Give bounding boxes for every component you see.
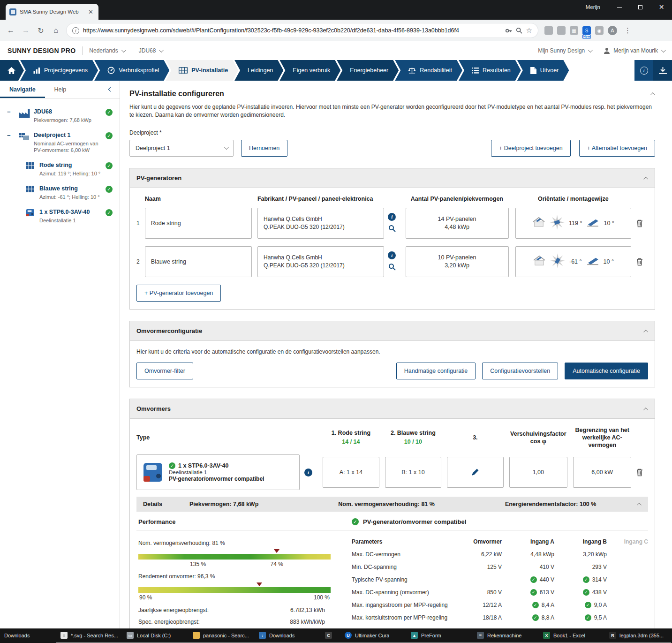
nav-tab-pv-installatie[interactable]: PV-installatie	[166, 60, 238, 81]
taskbar-item[interactable]: R legplan.3dm (355...	[605, 628, 671, 643]
inverter-type-field[interactable]: ✓ 1 x STP6.0-3AV-40 Deelinstallatie 1 PV…	[136, 454, 300, 490]
omvormer-filter-button[interactable]: Omvormer-filter	[136, 363, 193, 379]
module-info-icon[interactable]: i	[388, 213, 396, 221]
window-minimize-button[interactable]	[609, 0, 630, 14]
browser-profile-avatar[interactable]: A	[608, 26, 617, 35]
back-icon[interactable]: ←	[5, 24, 17, 37]
tree-item-deelproject[interactable]: − Deelproject 1 Nominaal AC-vermogen van…	[0, 128, 120, 158]
home-icon[interactable]: ⌂	[50, 24, 62, 37]
add-pv-generator-button[interactable]: + PV-generator toevoegen	[136, 285, 221, 302]
extension-icon[interactable]	[544, 26, 553, 35]
omvormers-collapse-icon[interactable]	[645, 405, 648, 412]
nav-info-button[interactable]: i	[634, 60, 653, 81]
module-search-icon[interactable]	[388, 225, 396, 234]
my-sunny-design-menu[interactable]: Mijn Sunny Design	[538, 47, 591, 54]
taskbar-item[interactable]: C	[321, 628, 340, 643]
taskbar-item[interactable]: ▲ PreForm	[407, 628, 473, 643]
extension-grid-icon[interactable]: ▦	[570, 26, 578, 35]
taskbar-item[interactable]: panasonic - Searc...	[189, 628, 255, 643]
tree-item-inverter[interactable]: 1 x STP6.0-3AV-40 Deelinstallatie 1 ✓	[0, 204, 120, 228]
sidebar-tab-navigatie[interactable]: Navigatie	[0, 81, 45, 98]
window-close-button[interactable]: ✕	[651, 0, 672, 14]
module-search-icon[interactable]	[388, 263, 396, 272]
url-bar[interactable]: i https://www.sunnydesignweb.com/sdweb/#…	[67, 23, 538, 38]
module-field[interactable]: Hanwha Q.Cells GmbH Q.PEAK DUO-G5 320 (1…	[257, 246, 384, 277]
inverter-info-icon[interactable]: i	[304, 469, 312, 477]
compat-value: 850 V	[456, 586, 502, 598]
add-deelproject-button[interactable]: + Deelproject toevoegen	[491, 140, 571, 157]
user-menu[interactable]: Merijn van Mourik	[604, 47, 664, 54]
collapse-toggle-icon[interactable]: −	[7, 108, 11, 115]
nav-tab-uitvoer[interactable]: Uitvoer	[517, 60, 569, 81]
module-info-icon[interactable]: i	[388, 251, 396, 259]
nav-tab-rendabiliteit[interactable]: Rendabiliteit	[395, 60, 462, 81]
ac-limit-field[interactable]: 6,00 kW	[573, 457, 631, 488]
saved-password-key-icon[interactable]	[505, 27, 512, 34]
forward-icon[interactable]: →	[20, 24, 32, 37]
input-c-edit-field[interactable]	[447, 457, 503, 488]
generator-name-field[interactable]: Blauwe string	[145, 246, 252, 277]
panel-count-field[interactable]: 10 PV-panelen 3,20 kWp	[406, 246, 509, 277]
generator-name-field[interactable]: Rode string	[145, 208, 252, 239]
divider	[82, 46, 83, 55]
project-dropdown[interactable]: JDU68	[139, 47, 163, 54]
taskbar-item[interactable]: U Ultimaker Cura	[340, 628, 407, 643]
language-dropdown[interactable]: Nederlands	[89, 47, 124, 54]
pv-generators-collapse-icon[interactable]	[645, 174, 648, 182]
app-header: SUNNY DESIGN PRO Nederlands JDU68 Mijn S…	[0, 41, 672, 60]
taskbar-item[interactable]: ↓ Downloads	[255, 628, 321, 643]
nav-tab-projectgegevens[interactable]: Projectgegevens	[20, 60, 98, 81]
delete-generator-icon[interactable]	[631, 219, 648, 227]
collapse-toggle-icon[interactable]: −	[7, 132, 11, 139]
nav-tab-resultaten[interactable]: Resultaten	[459, 60, 521, 81]
handmatige-configuratie-button[interactable]: Handmatige configuratie	[396, 363, 476, 379]
add-alternatief-button[interactable]: + Alternatief toevoegen	[579, 140, 655, 157]
module-field[interactable]: Hanwha Q.Cells GmbH Q.PEAK DUO-G5 320 (1…	[257, 208, 384, 239]
configuratievoorstellen-button[interactable]: Configuratievoorstellen	[482, 363, 558, 379]
compat-param: Max. DC-vermogen	[352, 548, 456, 560]
panel-count-field[interactable]: 14 PV-panelen 4,48 kWp	[406, 208, 509, 239]
nav-home[interactable]	[0, 60, 24, 81]
sunny-design-extension-icon[interactable]: SNew	[582, 26, 591, 35]
orientation-field[interactable]: -61 ° 10 °	[515, 246, 632, 277]
refresh-icon[interactable]: ↻	[35, 24, 47, 37]
sidebar-collapse-button[interactable]	[109, 81, 120, 98]
page-info-icon[interactable]: i	[72, 27, 79, 34]
nav-tab-energiebeheer[interactable]: Energiebeheer	[337, 60, 399, 81]
details-collapse-icon[interactable]	[638, 501, 642, 507]
compat-ok-icon: ✓	[352, 518, 359, 525]
delete-generator-icon[interactable]	[631, 257, 648, 266]
window-maximize-button[interactable]	[630, 0, 651, 14]
compat-value: 410 V	[502, 560, 554, 573]
cos-phi-field[interactable]: 1,00	[509, 457, 567, 488]
nav-tab-verbruiksprofiel[interactable]: Verbruiksprofiel	[94, 60, 169, 81]
bookmark-star-icon[interactable]: ☆	[526, 26, 532, 35]
sidebar-tab-help[interactable]: Help	[45, 81, 76, 98]
browser-tab[interactable]: SMA Sunny Design Web ✕	[6, 4, 98, 20]
omvormerconfiguratie-collapse-icon[interactable]	[645, 327, 648, 334]
taskbar-item[interactable]: ≡ *.svg - Search Res...	[56, 628, 122, 643]
taskbar-item[interactable]: X Book1 - Excel	[539, 628, 605, 643]
nav-tab-leidingen[interactable]: Leidingen	[234, 60, 283, 81]
deelproject-select[interactable]: Deelproject 1	[129, 140, 234, 157]
zoom-page-icon[interactable]	[516, 27, 522, 34]
rename-button[interactable]: Hernoemen	[241, 140, 287, 157]
nav-tab-eigen-verbruik[interactable]: Eigen verbruik	[279, 60, 340, 81]
tree-item-blauwe-string[interactable]: Blauwe string Azimut: -61 °; Helling: 10…	[0, 181, 120, 204]
input-a-field[interactable]: A: 1 x 14	[323, 457, 379, 488]
input-b-field[interactable]: B: 1 x 10	[385, 457, 441, 488]
taskbar-item[interactable]: ▭ Local Disk (C:)	[122, 628, 189, 643]
extension-icon[interactable]	[557, 26, 566, 35]
page-collapse-icon[interactable]	[652, 91, 655, 97]
automatische-configuratie-button[interactable]: Automatische configuratie	[565, 363, 648, 379]
tree-item-project[interactable]: − JDU68 Piekvermogen: 7,68 kWp ✓	[0, 104, 120, 128]
browser-menu-icon[interactable]: ⋮	[621, 26, 634, 35]
delete-inverter-icon[interactable]	[631, 468, 648, 477]
taskbar-item[interactable]: = Rekenmachine	[473, 628, 539, 643]
eye-extension-icon[interactable]: ◉	[595, 26, 604, 35]
taskbar-item[interactable]: Downloads	[0, 628, 56, 643]
nav-download-button[interactable]	[653, 60, 672, 81]
tab-close-icon[interactable]: ✕	[87, 8, 95, 15]
orientation-field[interactable]: 119 ° 10 °	[515, 208, 632, 239]
tree-item-rode-string[interactable]: Rode string Azimut: 119 °; Helling: 10 °…	[0, 158, 120, 181]
